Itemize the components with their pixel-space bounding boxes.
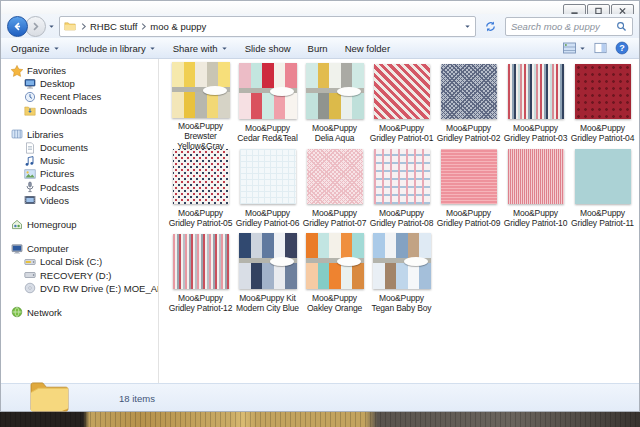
file-caption-line: Gridley Patriot-01	[368, 133, 435, 143]
file-thumbnail[interactable]	[301, 62, 368, 120]
file-caption: Moo&PuppyGridley Patriot-12	[167, 293, 234, 313]
toolbar-item-slide-show[interactable]: Slide show	[245, 43, 291, 54]
file-list-pane[interactable]: Moo&PuppyBrewsterYellow&GrayMoo&PuppyCed…	[158, 59, 639, 385]
file-item[interactable]: Moo&PuppyGridley Patriot-02	[435, 62, 502, 147]
breadcrumb-arrow-icon[interactable]	[80, 22, 87, 31]
file-thumbnail[interactable]	[167, 147, 234, 205]
podcasts-icon	[24, 181, 36, 193]
file-item[interactable]: Moo&PuppyGridley Patriot-06	[234, 147, 301, 232]
sidebar-item-recovery-d[interactable]: RECOVERY (D:)	[1, 268, 158, 281]
back-button[interactable]	[7, 16, 28, 37]
file-item[interactable]: Moo&PuppyGridley Patriot-01	[368, 62, 435, 147]
file-thumbnail[interactable]	[368, 62, 435, 120]
file-thumbnail[interactable]	[234, 232, 301, 290]
file-thumbnail[interactable]	[167, 62, 234, 118]
sidebar-item-recent-places[interactable]: Recent Places	[1, 90, 158, 103]
file-thumbnail[interactable]	[301, 147, 368, 205]
breadcrumb[interactable]: RHBC stuff moo & puppy	[59, 16, 476, 37]
file-item[interactable]: Moo&Puppy KitModern City Blue	[234, 232, 301, 317]
file-item[interactable]: Moo&PuppyTegan Baby Boy	[368, 232, 435, 317]
recovery-drive-icon	[24, 269, 36, 281]
sidebar-item-downloads[interactable]: Downloads	[1, 104, 158, 117]
sidebar-item-documents[interactable]: Documents	[1, 141, 158, 154]
sidebar-item-computer[interactable]: Computer	[1, 242, 158, 255]
sidebar-item-desktop[interactable]: Desktop	[1, 77, 158, 90]
file-item[interactable]: Moo&PuppyCedar Red&Teal	[234, 62, 301, 147]
sidebar-item-label: Computer	[27, 243, 69, 254]
file-item[interactable]: Moo&PuppyDelia Aqua	[301, 62, 368, 147]
recent-pages-dropdown[interactable]	[48, 23, 55, 30]
search-icon	[616, 21, 627, 32]
paper-kit-collage-thumb	[239, 233, 297, 289]
search-box[interactable]: Search moo & puppy	[505, 17, 633, 36]
sidebar-item-dvd-rw-drive-e-moe-and-the-big-e[interactable]: DVD RW Drive (E:) MOE_AND_THE_BIG_E	[1, 282, 158, 295]
file-item[interactable]: Moo&PuppyOakley Orange	[301, 232, 368, 317]
file-item[interactable]: Moo&PuppyGridley Patriot-08	[368, 147, 435, 232]
file-caption-line: Gridley Patriot-11	[569, 218, 636, 228]
file-thumbnail[interactable]	[368, 232, 435, 290]
file-thumbnail[interactable]	[502, 147, 569, 205]
preview-pane-icon[interactable]	[594, 42, 607, 54]
file-caption-line: Moo&Puppy	[368, 208, 435, 218]
file-thumbnail[interactable]	[167, 232, 234, 290]
sidebar-item-pictures[interactable]: Pictures	[1, 167, 158, 180]
paper-pattern-thumb	[575, 149, 631, 204]
downloads-icon	[24, 104, 36, 116]
file-thumbnail[interactable]	[435, 147, 502, 205]
file-thumbnail[interactable]	[435, 62, 502, 120]
file-caption-line: Tegan Baby Boy	[368, 303, 435, 313]
sidebar-item-local-disk-c[interactable]: Local Disk (C:)	[1, 255, 158, 268]
sidebar-item-label: Homegroup	[27, 219, 77, 230]
file-caption-line: Brewster	[167, 131, 234, 141]
file-caption-line: Moo&Puppy	[569, 123, 636, 133]
sidebar-item-music[interactable]: Music	[1, 154, 158, 167]
file-item[interactable]: Moo&PuppyGridley Patriot-12	[167, 232, 234, 317]
file-item[interactable]: Moo&PuppyBrewsterYellow&Gray	[167, 62, 234, 147]
sidebar-item-videos[interactable]: Videos	[1, 194, 158, 207]
toolbar-item-new-folder[interactable]: New folder	[345, 43, 390, 54]
toolbar-item-burn[interactable]: Burn	[308, 43, 328, 54]
file-thumbnail[interactable]	[301, 232, 368, 290]
address-dropdown-icon[interactable]	[464, 23, 471, 30]
refresh-button[interactable]	[480, 17, 500, 36]
file-caption: Moo&PuppyCedar Red&Teal	[234, 123, 301, 143]
search-input[interactable]: Search moo & puppy	[511, 21, 616, 32]
file-thumbnail[interactable]	[569, 62, 636, 120]
toolbar-item-organize[interactable]: Organize	[11, 43, 60, 54]
sidebar-item-favorites[interactable]: Favorites	[1, 64, 158, 77]
title-bar	[1, 1, 639, 14]
file-item[interactable]: Moo&PuppyGridley Patriot-03	[502, 62, 569, 147]
sidebar-item-libraries[interactable]: Libraries	[1, 128, 158, 141]
paper-kit-collage-thumb	[373, 233, 431, 289]
file-thumbnail[interactable]	[368, 147, 435, 205]
views-icon[interactable]	[562, 42, 586, 54]
file-caption: Moo&PuppyGridley Patriot-02	[435, 123, 502, 143]
documents-icon	[24, 142, 36, 154]
file-thumbnail[interactable]	[234, 62, 301, 120]
paper-pattern-thumb	[508, 149, 564, 204]
file-caption-line: Gridley Patriot-05	[167, 218, 234, 228]
forward-button[interactable]	[25, 16, 46, 37]
file-caption-line: Moo&Puppy	[167, 208, 234, 218]
help-icon[interactable]: ?	[615, 41, 629, 55]
breadcrumb-segment[interactable]: moo & puppy	[148, 21, 208, 32]
file-thumbnail[interactable]	[234, 147, 301, 205]
file-thumbnail[interactable]	[502, 62, 569, 120]
sidebar-item-label: Podcasts	[40, 182, 79, 193]
toolbar-item-share-with[interactable]: Share with	[173, 43, 228, 54]
toolbar-item-label: Burn	[308, 43, 328, 54]
toolbar-item-include-in-library[interactable]: Include in library	[77, 43, 156, 54]
file-thumbnail[interactable]	[569, 147, 636, 205]
sidebar-item-podcasts[interactable]: Podcasts	[1, 181, 158, 194]
file-item[interactable]: Moo&PuppyGridley Patriot-09	[435, 147, 502, 232]
sidebar-item-homegroup[interactable]: Homegroup	[1, 218, 158, 231]
breadcrumb-arrow-icon[interactable]	[140, 22, 147, 31]
file-item[interactable]: Moo&PuppyGridley Patriot-05	[167, 147, 234, 232]
breadcrumb-segment[interactable]: RHBC stuff	[88, 21, 139, 32]
file-item[interactable]: Moo&PuppyGridley Patriot-11	[569, 147, 636, 232]
file-item[interactable]: Moo&PuppyGridley Patriot-10	[502, 147, 569, 232]
file-item[interactable]: Moo&PuppyGridley Patriot-07	[301, 147, 368, 232]
file-caption-line: Delia Aqua	[301, 133, 368, 143]
file-item[interactable]: Moo&PuppyGridley Patriot-04	[569, 62, 636, 147]
sidebar-item-network[interactable]: Network	[1, 306, 158, 319]
